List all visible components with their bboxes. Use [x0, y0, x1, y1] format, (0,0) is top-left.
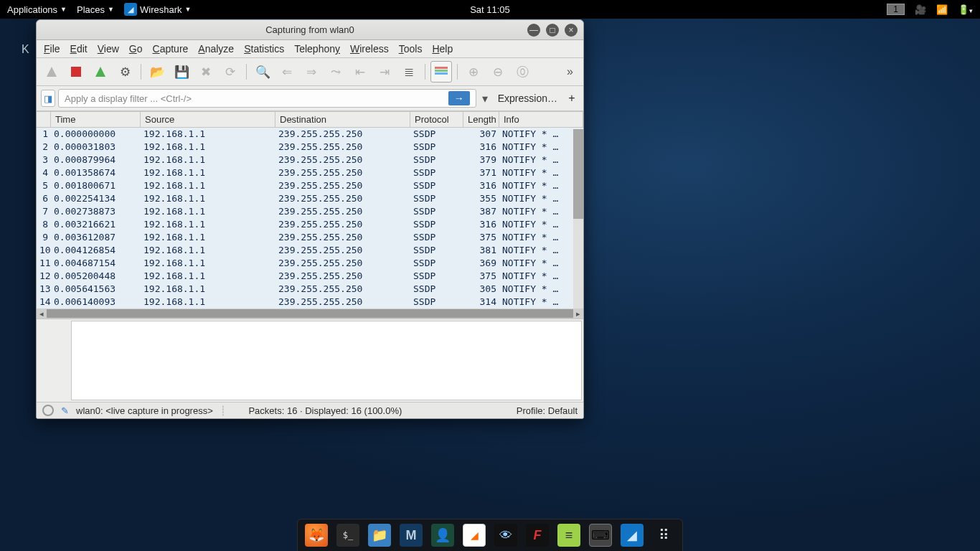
window-close-button[interactable]: × — [565, 24, 578, 37]
packet-row[interactable]: 100.004126854192.168.1.1239.255.255.250S… — [37, 244, 583, 257]
col-header-source[interactable]: Source — [141, 112, 275, 127]
stop-capture-button[interactable] — [65, 61, 87, 83]
packet-tree-stub[interactable] — [37, 319, 71, 402]
toolbar-overflow-button[interactable]: » — [561, 65, 579, 78]
panel-applications-menu[interactable]: Applications▼ — [7, 4, 67, 15]
wireshark-appicon: ◢ — [124, 3, 137, 16]
dock-zenmap-icon[interactable]: 👁 — [494, 524, 517, 547]
col-header-protocol[interactable]: Protocol — [410, 112, 463, 127]
go-to-packet-button[interactable]: ⤳ — [325, 61, 347, 83]
packet-hscrollbar[interactable]: ◂ ▸ — [37, 309, 583, 319]
close-file-button[interactable]: ✖ — [195, 61, 217, 83]
dock-armitage-icon[interactable]: 👤 — [431, 524, 454, 547]
packet-row[interactable]: 90.003612087192.168.1.1239.255.255.250SS… — [37, 231, 583, 244]
add-filter-button[interactable]: + — [565, 92, 579, 105]
display-filter-input[interactable]: Apply a display filter ... <Ctrl-/> → — [58, 89, 476, 108]
packet-list-body[interactable]: 10.000000000192.168.1.1239.255.255.250SS… — [37, 128, 583, 309]
menu-telephony[interactable]: Telephony — [294, 43, 340, 55]
start-capture-button[interactable] — [41, 61, 62, 83]
expression-button[interactable]: Expression… — [494, 93, 562, 104]
menu-analyze[interactable]: Analyze — [198, 43, 234, 55]
col-header-destination[interactable]: Destination — [275, 112, 410, 127]
battery-icon[interactable]: 🔋▾ — [958, 4, 973, 15]
zoom-in-button[interactable]: ⊕ — [463, 61, 484, 83]
dock-firefox-icon[interactable]: 🦊 — [305, 524, 328, 547]
menu-capture[interactable]: Capture — [153, 43, 189, 55]
menu-statistics[interactable]: Statistics — [244, 43, 284, 55]
window-minimize-button[interactable]: — — [527, 24, 540, 37]
packet-row[interactable]: 120.005200448192.168.1.1239.255.255.250S… — [37, 270, 583, 283]
packet-row[interactable]: 40.001358674192.168.1.1239.255.255.250SS… — [37, 166, 583, 179]
panel-current-app[interactable]: ◢Wireshark▼ — [124, 3, 191, 16]
menu-wireless[interactable]: Wireless — [350, 43, 389, 55]
dock-show-apps-icon[interactable]: ⠿ — [652, 524, 675, 547]
packet-row[interactable]: 130.005641563192.168.1.1239.255.255.250S… — [37, 283, 583, 296]
packet-row[interactable]: 10.000000000192.168.1.1239.255.255.250SS… — [37, 128, 583, 141]
zoom-reset-button[interactable]: ⓪ — [512, 61, 533, 83]
packet-row[interactable]: 50.001800671192.168.1.1239.255.255.250SS… — [37, 179, 583, 192]
packet-row[interactable]: 30.000879964192.168.1.1239.255.255.250SS… — [37, 154, 583, 166]
packet-row[interactable]: 60.002254134192.168.1.1239.255.255.250SS… — [37, 192, 583, 205]
col-header-length[interactable]: Length — [463, 112, 499, 127]
window-maximize-button[interactable]: □ — [546, 24, 559, 37]
menu-go[interactable]: Go — [129, 43, 143, 55]
save-file-button[interactable]: 💾 — [171, 61, 192, 83]
col-header-info[interactable]: Info — [499, 112, 583, 127]
panel-app-label: Wireshark — [140, 4, 182, 15]
panel-places-menu[interactable]: Places▼ — [77, 4, 114, 15]
packet-row[interactable]: 80.003216621192.168.1.1239.255.255.250SS… — [37, 218, 583, 231]
packet-row[interactable]: 140.006140093192.168.1.1239.255.255.250S… — [37, 296, 583, 309]
panel-clock[interactable]: Sat 11:05 — [470, 4, 510, 15]
col-header-time[interactable]: Time — [51, 112, 141, 127]
dock-faraday-icon[interactable]: F — [526, 524, 549, 547]
dock-burpsuite-icon[interactable]: ◢ — [463, 524, 486, 547]
window-titlebar[interactable]: Capturing from wlan0 — □ × — [37, 20, 583, 40]
packet-details-pane — [37, 319, 583, 402]
menu-edit[interactable]: Edit — [70, 43, 88, 55]
go-back-button[interactable]: ⇐ — [276, 61, 298, 83]
video-icon[interactable]: 🎥 — [915, 4, 926, 15]
packet-row[interactable]: 20.000031803192.168.1.1239.255.255.250SS… — [37, 141, 583, 154]
auto-scroll-button[interactable]: ≣ — [398, 61, 420, 83]
menu-tools[interactable]: Tools — [399, 43, 423, 55]
packet-row[interactable]: 70.002738873192.168.1.1239.255.255.250SS… — [37, 205, 583, 218]
packet-list-header[interactable]: Time Source Destination Protocol Length … — [37, 112, 583, 128]
restart-capture-button[interactable] — [90, 61, 111, 83]
find-packet-button[interactable]: 🔍 — [252, 61, 273, 83]
scroll-left-icon[interactable]: ◂ — [37, 309, 47, 319]
packet-bytes-stub[interactable] — [71, 321, 582, 400]
filter-bookmark-button[interactable]: ◨ — [41, 90, 55, 107]
status-profile-text[interactable]: Profile: Default — [517, 405, 578, 416]
menu-file[interactable]: File — [44, 43, 60, 55]
open-file-button[interactable]: 📂 — [146, 61, 168, 83]
dock-files-icon[interactable]: 📁 — [368, 524, 391, 547]
edit-capture-icon[interactable]: ✎ — [61, 405, 69, 416]
dock-metasploit-icon[interactable]: M — [400, 524, 423, 547]
dock-keyboard-icon[interactable]: ⌨ — [589, 524, 612, 547]
packet-row[interactable]: 110.004687154192.168.1.1239.255.255.250S… — [37, 257, 583, 270]
dock-cherrytree-icon[interactable]: ≡ — [557, 524, 580, 547]
go-forward-button[interactable]: ⇒ — [301, 61, 322, 83]
packet-list-pane: Time Source Destination Protocol Length … — [37, 111, 583, 309]
apply-filter-button[interactable]: → — [448, 91, 470, 105]
dock-terminal-icon[interactable]: $_ — [336, 524, 359, 547]
zoom-out-button[interactable]: ⊖ — [487, 61, 509, 83]
col-header-no[interactable] — [37, 112, 51, 127]
reload-button[interactable]: ⟳ — [220, 61, 241, 83]
go-last-button[interactable]: ⇥ — [374, 61, 395, 83]
colorize-button[interactable] — [430, 61, 452, 83]
svg-rect-3 — [435, 72, 448, 75]
scroll-right-icon[interactable]: ▸ — [573, 309, 583, 319]
packet-vscrollbar[interactable] — [573, 129, 583, 309]
menu-view[interactable]: View — [98, 43, 119, 55]
wifi-icon[interactable]: 📶 — [936, 4, 948, 15]
capture-options-button[interactable]: ⚙ — [114, 61, 136, 83]
workspace-indicator[interactable]: 1 — [887, 4, 905, 15]
expert-info-icon[interactable] — [42, 405, 54, 416]
menu-help[interactable]: Help — [432, 43, 453, 55]
filter-history-dropdown[interactable]: ▾ — [479, 92, 491, 105]
go-first-button[interactable]: ⇤ — [349, 61, 371, 83]
status-packets-text: Packets: 16 · Displayed: 16 (100.0%) — [248, 405, 402, 416]
dock-wireshark-icon[interactable]: ◢ — [621, 524, 644, 547]
status-capture-text: wlan0: <live capture in progress> — [76, 405, 213, 416]
